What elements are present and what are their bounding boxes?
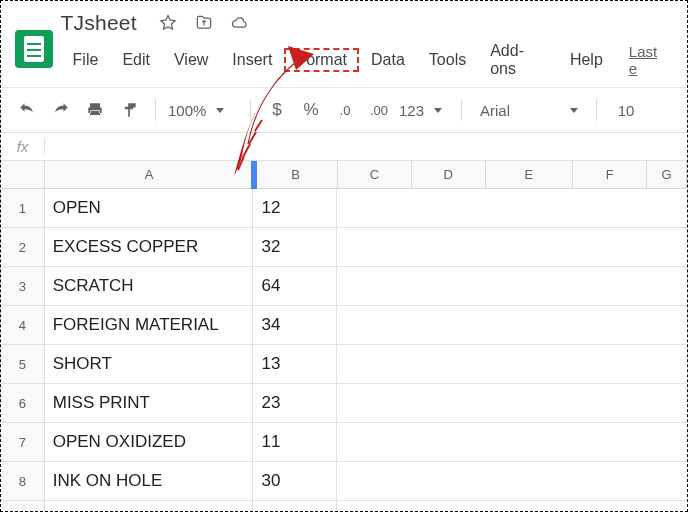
table-row: 2EXCESS COPPER32 <box>1 228 687 267</box>
table-row: 9DENT38 <box>1 501 687 512</box>
cell[interactable]: 32 <box>253 228 337 267</box>
cell[interactable]: SCRATCH <box>45 267 254 306</box>
decrease-decimal-button[interactable]: .0 <box>331 96 359 124</box>
menu-data[interactable]: Data <box>359 48 417 72</box>
cell[interactable]: 23 <box>253 384 337 423</box>
col-header-D[interactable]: D <box>412 161 486 188</box>
menu-add-ons[interactable]: Add-ons <box>478 39 558 81</box>
print-button[interactable] <box>81 96 109 124</box>
menu-tools[interactable]: Tools <box>417 48 478 72</box>
menu-file[interactable]: File <box>61 48 111 72</box>
cell[interactable]: 13 <box>253 345 337 384</box>
font-size-input[interactable]: 10 <box>609 102 643 119</box>
table-row: 8INK ON HOLE30 <box>1 462 687 501</box>
cell[interactable] <box>337 384 687 423</box>
cell[interactable]: 11 <box>253 423 337 462</box>
col-header-E[interactable]: E <box>486 161 574 188</box>
last-edit-link[interactable]: Last e <box>629 43 667 77</box>
table-row: 6MISS PRINT23 <box>1 384 687 423</box>
title-row: TJsheet FileEditViewInsertFormatDataTool… <box>1 1 687 87</box>
column-selection-handle[interactable] <box>251 161 257 189</box>
chevron-down-icon <box>216 108 224 113</box>
row-header[interactable]: 7 <box>1 423 45 462</box>
paint-format-button[interactable] <box>115 96 143 124</box>
font-name: Arial <box>480 102 510 119</box>
cell[interactable] <box>337 501 687 512</box>
percent-button[interactable]: % <box>297 96 325 124</box>
menu-format[interactable]: Format <box>284 48 359 72</box>
table-row: 5SHORT13 <box>1 345 687 384</box>
font-dropdown[interactable]: Arial <box>474 102 584 119</box>
increase-decimal-button[interactable]: .00 <box>365 96 393 124</box>
formula-bar: fx <box>1 133 687 161</box>
star-icon[interactable] <box>157 12 179 34</box>
row-header[interactable]: 9 <box>1 501 45 512</box>
sheets-logo[interactable] <box>15 30 53 68</box>
table-row: 3SCRATCH64 <box>1 267 687 306</box>
row-header[interactable]: 2 <box>1 228 45 267</box>
cell[interactable] <box>337 228 687 267</box>
cell[interactable]: INK ON HOLE <box>45 462 254 501</box>
menu-help[interactable]: Help <box>558 48 615 72</box>
menu-view[interactable]: View <box>162 48 220 72</box>
move-icon[interactable] <box>193 12 215 34</box>
number-format-dropdown[interactable]: 123 <box>399 102 449 119</box>
cell[interactable]: SHORT <box>45 345 254 384</box>
cell[interactable]: 38 <box>253 501 337 512</box>
row-header[interactable]: 1 <box>1 189 45 228</box>
cell[interactable]: MISS PRINT <box>45 384 254 423</box>
menu-bar: FileEditViewInsertFormatDataToolsAdd-ons… <box>61 35 673 87</box>
table-row: 1OPEN12 <box>1 189 687 228</box>
row-header[interactable]: 3 <box>1 267 45 306</box>
row-header[interactable]: 5 <box>1 345 45 384</box>
toolbar: 100% $ % .0 .00 123 Arial 10 <box>1 87 687 133</box>
fx-label: fx <box>1 138 45 155</box>
zoom-dropdown[interactable]: 100% <box>168 102 238 119</box>
cell[interactable] <box>337 345 687 384</box>
menu-edit[interactable]: Edit <box>110 48 162 72</box>
row-header[interactable]: 6 <box>1 384 45 423</box>
undo-button[interactable] <box>13 96 41 124</box>
cell[interactable]: 30 <box>253 462 337 501</box>
col-header-F[interactable]: F <box>573 161 647 188</box>
zoom-value: 100% <box>168 102 206 119</box>
col-header-B[interactable]: B <box>254 161 338 188</box>
currency-button[interactable]: $ <box>263 96 291 124</box>
col-header-A[interactable]: A <box>45 161 254 188</box>
chevron-down-icon <box>434 108 442 113</box>
cell[interactable]: EXCESS COPPER <box>45 228 254 267</box>
col-header-G[interactable]: G <box>647 161 687 188</box>
table-row: 7OPEN OXIDIZED11 <box>1 423 687 462</box>
cell[interactable]: 64 <box>253 267 337 306</box>
cell[interactable] <box>337 189 687 228</box>
redo-button[interactable] <box>47 96 75 124</box>
doc-title[interactable]: TJsheet <box>61 11 137 35</box>
cell[interactable] <box>337 267 687 306</box>
cell[interactable]: 12 <box>253 189 337 228</box>
chevron-down-icon <box>570 108 578 113</box>
row-header[interactable]: 8 <box>1 462 45 501</box>
cloud-icon[interactable] <box>229 12 251 34</box>
col-header-C[interactable]: C <box>338 161 412 188</box>
cell[interactable] <box>337 462 687 501</box>
cell[interactable]: DENT <box>45 501 254 512</box>
column-headers: A B C D E F G <box>1 161 687 189</box>
table-row: 4FOREIGN MATERIAL34 <box>1 306 687 345</box>
cell[interactable] <box>337 306 687 345</box>
cell[interactable]: 34 <box>253 306 337 345</box>
cell[interactable]: OPEN <box>45 189 254 228</box>
cell[interactable]: OPEN OXIDIZED <box>45 423 254 462</box>
cell[interactable] <box>337 423 687 462</box>
numfmt-label: 123 <box>399 102 424 119</box>
cell[interactable]: FOREIGN MATERIAL <box>45 306 254 345</box>
select-all-corner[interactable] <box>1 161 45 188</box>
menu-insert[interactable]: Insert <box>220 48 284 72</box>
spreadsheet-grid: A B C D E F G 1OPEN122EXCESS COPPER323SC… <box>1 161 687 512</box>
row-header[interactable]: 4 <box>1 306 45 345</box>
